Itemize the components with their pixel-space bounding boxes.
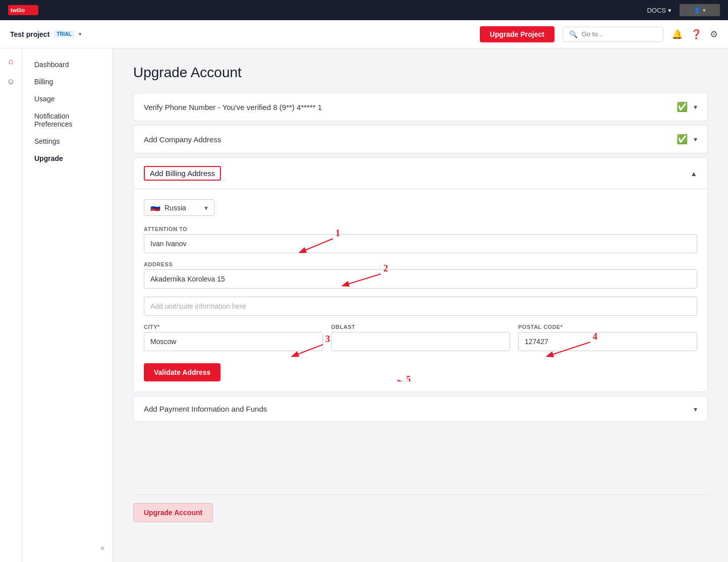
payment-info-chevron: ▾	[694, 405, 697, 413]
company-address-chevron: ▾	[694, 135, 697, 143]
validate-address-button[interactable]: Validate Address	[144, 363, 220, 381]
avatar-chevron: ▾	[703, 7, 706, 14]
collapse-button[interactable]: «	[100, 544, 104, 552]
accordion-billing-address-left: Add Billing Address	[144, 166, 221, 181]
top-nav-right: DOCS ▾ 👤 ▾	[643, 4, 720, 16]
accordion-verify-phone-title: Verify Phone Number - You've verified 8 …	[144, 103, 322, 111]
accordion-verify-phone-header[interactable]: Verify Phone Number - You've verified 8 …	[134, 93, 707, 121]
sidebar-usage-label: Usage	[34, 95, 54, 103]
oblast-col: OBLAST	[331, 324, 510, 359]
accordion-company-address-header[interactable]: Add Company Address ✅ ▾	[134, 126, 707, 153]
company-address-check-icon: ✅	[677, 134, 688, 145]
attention-to-input[interactable]	[144, 234, 697, 253]
sidebar-settings-label: Settings	[34, 137, 60, 145]
sidebar-dashboard-label: Dashboard	[34, 61, 69, 69]
search-icon: 🔍	[569, 30, 578, 38]
user-avatar[interactable]: 👤 ▾	[680, 4, 720, 16]
docs-button[interactable]: DOCS ▾	[643, 5, 676, 16]
docs-label: DOCS	[647, 7, 666, 14]
postal-code-group: POSTAL CODE*	[518, 324, 697, 351]
top-navigation: twilio DOCS ▾ 👤 ▾	[0, 0, 728, 20]
country-selector[interactable]: 🇷🇺 Russia ▾	[144, 199, 214, 216]
sidebar-billing-label: Billing	[34, 78, 53, 86]
accordion-payment-info-header[interactable]: Add Payment Information and Funds ▾	[134, 397, 707, 421]
city-oblast-postal-row: CITY* OBLAST POSTAL CO	[144, 324, 697, 359]
unit-suite-input[interactable]	[144, 297, 697, 316]
bottom-bar: Upgrade Account	[133, 494, 708, 530]
project-name: Test project	[10, 30, 49, 38]
main-layout: ⌂ ☺ Dashboard Billing Usage Notification…	[0, 48, 728, 562]
accordion-payment-info-left: Add Payment Information and Funds	[144, 405, 267, 413]
sidebar-item-billing[interactable]: Billing	[28, 74, 106, 90]
strip-smiley[interactable]: ☺	[2, 73, 20, 91]
billing-form-area: 1 2 3 4 5	[144, 226, 697, 381]
sidebar-nav: Dashboard Billing Usage Notification Pre…	[22, 57, 113, 166]
accordion-company-address-title: Add Company Address	[144, 135, 221, 144]
twilio-logo: twilio	[8, 5, 38, 15]
address-input[interactable]	[144, 269, 697, 289]
top-nav-left: twilio	[8, 5, 38, 15]
strip-home[interactable]: ⌂	[2, 52, 20, 71]
country-dropdown-chevron: ▾	[204, 204, 208, 212]
page-title: Upgrade Account	[133, 65, 708, 81]
search-box[interactable]: 🔍	[563, 27, 663, 42]
svg-text:twilio: twilio	[11, 7, 25, 13]
unit-suite-group	[144, 297, 697, 316]
country-name: Russia	[164, 204, 186, 212]
accordion-verify-phone: Verify Phone Number - You've verified 8 …	[133, 93, 708, 121]
accordion-billing-address: Add Billing Address ▲ 🇷🇺 Russia ▾ 1	[133, 157, 708, 392]
sidebar-item-dashboard[interactable]: Dashboard	[28, 57, 106, 73]
sidebar-item-usage[interactable]: Usage	[28, 91, 106, 107]
address-group: ADDRESS	[144, 261, 697, 289]
city-group: CITY*	[144, 324, 323, 351]
main-content: Upgrade Account Verify Phone Number - Yo…	[113, 48, 728, 562]
sidebar: Dashboard Billing Usage Notification Pre…	[22, 48, 113, 562]
oblast-group: OBLAST	[331, 324, 510, 351]
attention-to-group: ATTENTION TO	[144, 226, 697, 253]
verify-phone-check-icon: ✅	[677, 101, 688, 113]
accordion-billing-address-header[interactable]: Add Billing Address ▲	[134, 158, 707, 189]
second-navigation: Test project TRIAL ▾ Upgrade Project 🔍 🔔…	[0, 20, 728, 48]
postal-code-input[interactable]	[518, 332, 697, 351]
trial-badge: TRIAL	[53, 30, 74, 38]
postal-code-col: POSTAL CODE*	[518, 324, 697, 359]
address-label: ADDRESS	[144, 261, 697, 267]
sidebar-upgrade-label: Upgrade	[34, 154, 63, 162]
accordion-company-address-left: Add Company Address	[144, 135, 221, 144]
spacer	[133, 426, 708, 486]
project-chevron[interactable]: ▾	[79, 31, 81, 37]
country-flag: 🇷🇺	[150, 203, 160, 212]
postal-code-label: POSTAL CODE*	[518, 324, 697, 330]
upgrade-account-button[interactable]: Upgrade Account	[133, 503, 213, 522]
billing-address-chevron: ▲	[690, 170, 697, 178]
sidebar-item-notification-preferences[interactable]: Notification Preferences	[28, 108, 106, 132]
attention-to-label: ATTENTION TO	[144, 226, 697, 232]
upgrade-project-button[interactable]: Upgrade Project	[480, 26, 554, 42]
accordion-company-address: Add Company Address ✅ ▾	[133, 125, 708, 153]
accordion-payment-info: Add Payment Information and Funds ▾	[133, 396, 708, 422]
search-input[interactable]	[582, 30, 647, 38]
accordion-verify-phone-left: Verify Phone Number - You've verified 8 …	[144, 103, 322, 111]
sidebar-collapse: «	[22, 544, 113, 552]
icon-strip: ⌂ ☺	[0, 48, 22, 562]
oblast-input[interactable]	[331, 332, 510, 351]
billing-address-form-body: 🇷🇺 Russia ▾ 1 2 3	[134, 189, 707, 391]
docs-chevron: ▾	[668, 7, 671, 14]
city-col: CITY*	[144, 324, 323, 359]
city-label: CITY*	[144, 324, 323, 330]
sidebar-item-upgrade[interactable]: Upgrade	[28, 150, 106, 166]
settings-icon[interactable]: ⚙	[710, 29, 718, 40]
project-info: Test project TRIAL ▾	[10, 30, 81, 38]
sidebar-notification-label: Notification Preferences	[34, 112, 100, 128]
svg-text:5: 5	[406, 374, 411, 381]
accordion-payment-info-title: Add Payment Information and Funds	[144, 405, 267, 413]
verify-phone-chevron: ▾	[694, 103, 697, 111]
alert-icon[interactable]: 🔔	[671, 29, 683, 40]
nav-icons: 🔔 ❓ ⚙	[671, 29, 718, 40]
city-input[interactable]	[144, 332, 323, 351]
avatar-dropdown: 👤 ▾	[694, 7, 706, 14]
sidebar-item-settings[interactable]: Settings	[28, 133, 106, 149]
help-icon[interactable]: ❓	[691, 29, 702, 40]
oblast-label: OBLAST	[331, 324, 510, 330]
accordion-billing-address-title: Add Billing Address	[144, 166, 221, 181]
